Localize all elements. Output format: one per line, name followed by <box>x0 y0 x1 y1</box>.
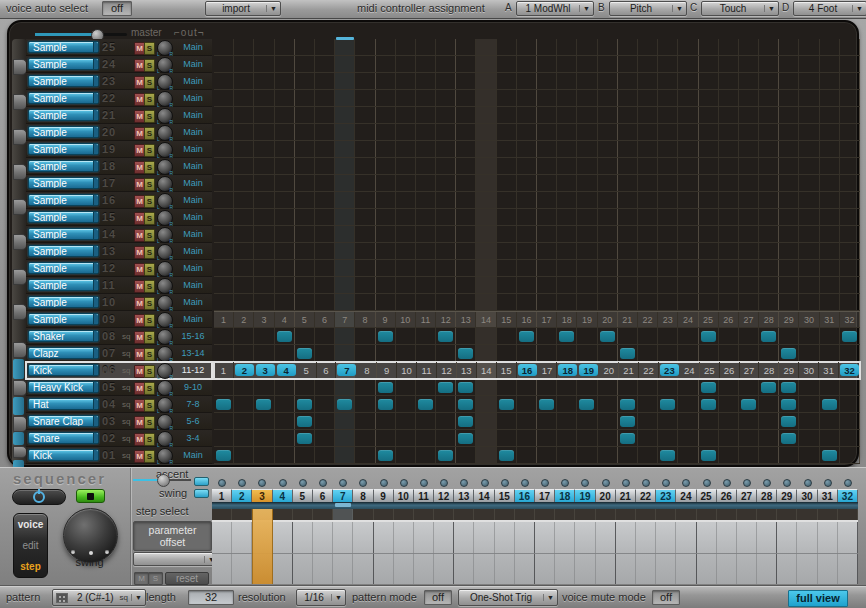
step-cell[interactable] <box>214 39 234 55</box>
step-cell[interactable] <box>739 447 759 463</box>
step-cell[interactable] <box>739 124 759 140</box>
step-cell[interactable] <box>295 226 315 242</box>
offset-lane-cell[interactable] <box>454 522 474 584</box>
offset-lane-cell[interactable] <box>212 522 232 584</box>
step-cell[interactable] <box>759 396 779 412</box>
swing-knob[interactable] <box>63 508 118 563</box>
step-cell[interactable] <box>557 39 577 55</box>
step-cell[interactable] <box>497 413 517 429</box>
resolution-select[interactable]: 1/16 ▼ <box>296 589 346 606</box>
step-cell[interactable] <box>779 124 799 140</box>
step-cell[interactable] <box>779 345 799 361</box>
step-cell[interactable] <box>557 430 577 446</box>
step-cell[interactable] <box>416 260 436 276</box>
step-cell[interactable] <box>537 396 557 412</box>
step-cell[interactable] <box>658 192 678 208</box>
step-cell[interactable] <box>456 141 476 157</box>
step-cell[interactable] <box>295 107 315 123</box>
step-cell[interactable] <box>234 192 254 208</box>
step-cell[interactable] <box>739 107 759 123</box>
step-cell[interactable] <box>416 447 436 463</box>
pan-knob[interactable]: LR <box>157 448 173 464</box>
step-cell[interactable] <box>840 396 860 412</box>
step-cell[interactable] <box>315 90 335 106</box>
output-assignment[interactable]: Main <box>174 294 212 311</box>
step-cell[interactable] <box>416 430 436 446</box>
voice-row-07[interactable]: Clapz07sqMSLR13-14 <box>26 345 212 362</box>
step-cell[interactable] <box>678 430 698 446</box>
step-cell[interactable] <box>335 328 355 344</box>
step-cell[interactable]: 14 <box>477 362 497 378</box>
step-cell[interactable] <box>799 447 819 463</box>
keyboard-key-highlight[interactable] <box>13 359 24 379</box>
pan-knob[interactable]: LR <box>157 159 173 175</box>
step-cell[interactable] <box>436 379 456 395</box>
pan-knob[interactable]: LR <box>157 125 173 141</box>
step-cell[interactable] <box>517 107 537 123</box>
step-cell[interactable] <box>799 141 819 157</box>
step-cell[interactable]: 2 <box>234 312 254 327</box>
step-cell[interactable] <box>598 328 618 344</box>
step-cell[interactable] <box>295 430 315 446</box>
step-cell[interactable] <box>638 328 658 344</box>
step-cell[interactable] <box>658 107 678 123</box>
step-cell[interactable] <box>254 124 274 140</box>
step-cell[interactable]: 7 <box>335 312 355 327</box>
step-cell[interactable] <box>820 430 840 446</box>
step-cell[interactable] <box>598 192 618 208</box>
step-cell[interactable] <box>396 141 416 157</box>
step-cell[interactable] <box>699 175 719 191</box>
accent-dot[interactable] <box>737 479 757 486</box>
step-cell[interactable] <box>497 328 517 344</box>
step-cell[interactable] <box>678 141 698 157</box>
voice-row-19[interactable]: Sample19MSLRMain <box>26 141 212 158</box>
step-cell[interactable] <box>456 294 476 310</box>
step-cell[interactable] <box>376 294 396 310</box>
output-assignment[interactable]: Main <box>174 107 212 124</box>
step-cell[interactable] <box>779 328 799 344</box>
step-cell[interactable] <box>577 158 597 174</box>
step-cell[interactable] <box>275 379 295 395</box>
step-cell[interactable] <box>315 328 335 344</box>
step-cell[interactable] <box>396 175 416 191</box>
step-cell[interactable] <box>355 379 375 395</box>
voice-name-button[interactable]: Sample <box>28 75 99 87</box>
step-cell[interactable]: 27 <box>739 312 759 327</box>
keyboard-key[interactable] <box>13 304 27 320</box>
step-cell[interactable] <box>598 39 618 55</box>
step-cell[interactable] <box>416 243 436 259</box>
step-cell[interactable] <box>396 39 416 55</box>
step-cell[interactable]: 3 <box>256 364 275 376</box>
step-cell[interactable] <box>214 396 234 412</box>
keyboard-key[interactable] <box>13 234 27 250</box>
step-cell[interactable]: 12 <box>436 312 456 327</box>
import-menu[interactable]: import ▼ <box>205 1 281 16</box>
step-cell[interactable] <box>315 124 335 140</box>
output-assignment[interactable]: Main <box>174 447 212 464</box>
step-cell[interactable] <box>678 260 698 276</box>
step-cell[interactable] <box>396 447 416 463</box>
step-cell[interactable] <box>517 413 537 429</box>
step-cell[interactable] <box>577 73 597 89</box>
step-cell[interactable] <box>699 430 719 446</box>
step-cell[interactable] <box>678 379 698 395</box>
accent-dot[interactable] <box>616 479 636 486</box>
step-cell[interactable] <box>234 107 254 123</box>
step-cell[interactable] <box>436 56 456 72</box>
step-cell[interactable] <box>517 260 537 276</box>
step-select-cell[interactable]: 8 <box>353 489 373 502</box>
mode-button-step[interactable]: step <box>20 561 41 572</box>
step-cell[interactable] <box>355 107 375 123</box>
solo-button[interactable]: S <box>144 280 155 293</box>
step-cell[interactable] <box>497 379 517 395</box>
step-cell[interactable] <box>820 56 840 72</box>
output-assignment[interactable]: Main <box>174 260 212 277</box>
step-cell[interactable] <box>799 379 819 395</box>
step-cell[interactable] <box>618 396 638 412</box>
step-select-cell[interactable]: 16 <box>515 489 535 502</box>
step-cell[interactable] <box>779 243 799 259</box>
voice-name-button[interactable]: Sample <box>28 58 99 70</box>
step-cell[interactable] <box>456 413 476 429</box>
step-cell[interactable] <box>396 209 416 225</box>
step-cell[interactable]: 5 <box>297 362 317 378</box>
